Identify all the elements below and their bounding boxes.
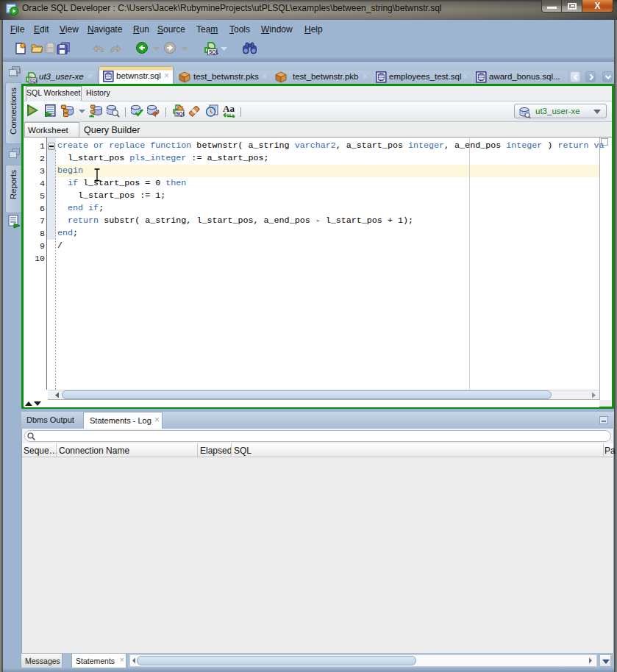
svg-text:SQL: SQL bbox=[209, 49, 218, 55]
svg-text:SQL: SQL bbox=[176, 111, 185, 117]
svg-text:SQL: SQL bbox=[29, 79, 38, 83]
svg-text:Aa: Aa bbox=[223, 104, 235, 114]
